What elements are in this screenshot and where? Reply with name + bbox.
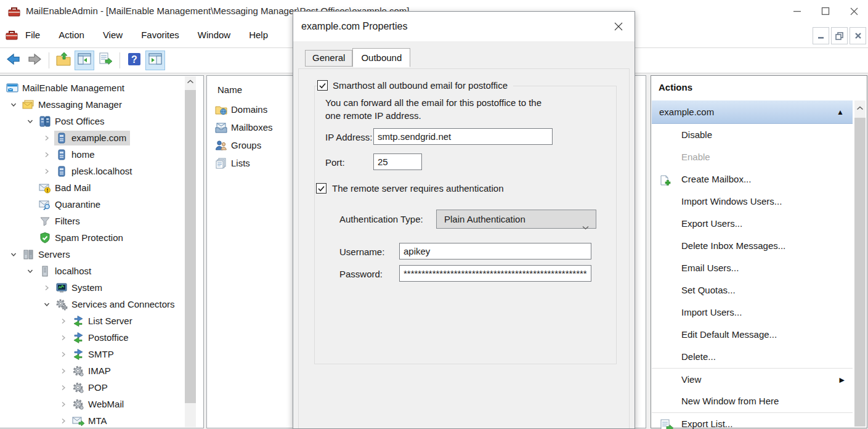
action-item-new-window-from-here[interactable]: New Window from Here bbox=[652, 390, 853, 412]
tree-expander-collapsed-icon[interactable] bbox=[39, 284, 54, 292]
actions-scrollbar-thumb[interactable] bbox=[854, 118, 866, 427]
requires-auth-checkbox[interactable] bbox=[316, 183, 327, 194]
menu-window[interactable]: Window bbox=[189, 22, 240, 48]
tree-expander-expanded-icon[interactable] bbox=[23, 118, 38, 125]
column-header-name[interactable]: Name bbox=[217, 82, 242, 98]
tree-item-list-server[interactable]: List Server bbox=[0, 313, 185, 329]
username-input[interactable] bbox=[399, 243, 591, 259]
tree-scrollbar[interactable] bbox=[185, 76, 196, 427]
actions-scrollbar[interactable] bbox=[854, 100, 866, 427]
tree-item-label: Servers bbox=[36, 249, 70, 259]
console-tree-pane: MailEnable ManagementMessaging ManagerPo… bbox=[0, 75, 204, 428]
action-item-label: View bbox=[681, 374, 701, 385]
menu-help[interactable]: Help bbox=[240, 22, 277, 48]
tree-item-example-com[interactable]: example.com bbox=[0, 129, 185, 146]
menu-action[interactable]: Action bbox=[49, 22, 94, 48]
action-item-export-list[interactable]: Export List... bbox=[652, 412, 853, 429]
port-input[interactable] bbox=[373, 153, 422, 170]
ip-address-input[interactable] bbox=[373, 128, 553, 145]
tree-expander-collapsed-icon[interactable] bbox=[56, 351, 71, 358]
child-close-button[interactable] bbox=[850, 27, 866, 44]
password-input[interactable] bbox=[399, 265, 591, 282]
actions-section-header[interactable]: example.com ▲ bbox=[652, 100, 853, 124]
tab-general[interactable]: General bbox=[305, 50, 352, 67]
action-item-create-mailbox[interactable]: Create Mailbox... bbox=[652, 168, 853, 190]
collapse-section-icon[interactable]: ▲ bbox=[837, 100, 844, 124]
tree-expander-collapsed-icon[interactable] bbox=[56, 384, 71, 391]
tree-expander-expanded-icon[interactable] bbox=[6, 251, 21, 258]
child-minimize-button[interactable] bbox=[813, 27, 829, 44]
tab-outbound[interactable]: Outbound bbox=[352, 48, 410, 67]
tree-item-pop[interactable]: POP bbox=[0, 379, 185, 396]
tree-item-localhost[interactable]: localhost bbox=[0, 263, 185, 279]
tree-expander-collapsed-icon[interactable] bbox=[39, 168, 54, 175]
tree-item-system[interactable]: System bbox=[0, 279, 185, 296]
post-offices-icon bbox=[39, 115, 52, 128]
up-one-level-button[interactable] bbox=[54, 51, 73, 70]
minimize-button[interactable] bbox=[783, 0, 811, 22]
scroll-up-icon[interactable] bbox=[854, 100, 866, 115]
tree-item-webmail[interactable]: WebMail bbox=[0, 396, 185, 412]
action-item-import-windows-users[interactable]: Import Windows Users... bbox=[652, 190, 853, 213]
smarthost-checkbox[interactable] bbox=[317, 80, 328, 91]
domains-icon bbox=[215, 104, 231, 116]
action-item-delete[interactable]: Delete... bbox=[652, 346, 853, 368]
tree-item-services-and-connectors[interactable]: Services and Connectors bbox=[0, 296, 185, 313]
tree-item-bad-mail[interactable]: Bad Mail bbox=[0, 179, 185, 196]
tree-item-spam-protection[interactable]: Spam Protection bbox=[0, 229, 185, 246]
action-item-disable[interactable]: Disable bbox=[652, 124, 853, 146]
tree-expander-collapsed-icon[interactable] bbox=[56, 417, 71, 425]
tree-item-smtp[interactable]: SMTP bbox=[0, 346, 185, 362]
tree-expander-collapsed-icon[interactable] bbox=[39, 151, 54, 158]
show-console-tree-button[interactable] bbox=[75, 51, 94, 70]
forward-button[interactable] bbox=[25, 51, 44, 70]
tree-item-label: localhost bbox=[52, 266, 91, 276]
tree-expander-expanded-icon[interactable] bbox=[23, 268, 38, 275]
auth-type-dropdown[interactable]: Plain Authentication bbox=[436, 210, 596, 229]
dialog-close-button[interactable] bbox=[606, 16, 631, 37]
action-item-export-users[interactable]: Export Users... bbox=[652, 213, 853, 235]
tree-scrollbar-thumb[interactable] bbox=[185, 90, 196, 403]
tree-expander-collapsed-icon[interactable] bbox=[56, 367, 71, 375]
close-button[interactable] bbox=[840, 0, 868, 22]
tree-expander-collapsed-icon[interactable] bbox=[39, 134, 54, 142]
tree-item-filters[interactable]: Filters bbox=[0, 213, 185, 229]
tree-item-quarantine[interactable]: Quarantine bbox=[0, 196, 185, 213]
tree-expander-expanded-icon[interactable] bbox=[39, 301, 54, 308]
menu-view[interactable]: View bbox=[94, 22, 132, 48]
outbound-tab-page: Smarthost all outbound email for postoff… bbox=[298, 68, 630, 428]
tree-item-mailenable-management[interactable]: MailEnable Management bbox=[0, 80, 185, 96]
dialog-tabs: General Outbound bbox=[305, 48, 410, 67]
tree-item-mta[interactable]: MTA bbox=[0, 412, 185, 429]
action-item-edit-default-message[interactable]: Edit Default Message... bbox=[652, 324, 853, 346]
tree-item-post-offices[interactable]: Post Offices bbox=[0, 113, 185, 129]
action-item-import-users[interactable]: Import Users... bbox=[652, 301, 853, 324]
maximize-button[interactable] bbox=[811, 0, 840, 22]
action-item-view[interactable]: View▶ bbox=[652, 368, 853, 390]
tree-item-label: WebMail bbox=[86, 399, 124, 409]
tree-expander-collapsed-icon[interactable] bbox=[56, 401, 71, 408]
export-list-button[interactable] bbox=[95, 51, 115, 70]
back-button[interactable] bbox=[4, 51, 23, 70]
tree-item-imap[interactable]: IMAP bbox=[0, 362, 185, 379]
menu-favorites[interactable]: Favorites bbox=[132, 22, 189, 48]
tree-expander-expanded-icon[interactable] bbox=[6, 101, 21, 108]
tree-expander-collapsed-icon[interactable] bbox=[56, 334, 71, 341]
action-item-set-quotas[interactable]: Set Quotas... bbox=[652, 279, 853, 301]
tree-item-plesk-localhost[interactable]: plesk.localhost bbox=[0, 163, 185, 179]
child-restore-button[interactable] bbox=[831, 27, 848, 44]
menu-file[interactable]: File bbox=[16, 22, 49, 48]
scroll-up-icon[interactable] bbox=[185, 76, 196, 87]
help-button[interactable]: ? bbox=[124, 51, 144, 70]
tree-item-messaging-manager[interactable]: Messaging Manager bbox=[0, 96, 185, 113]
tree-item-postoffice[interactable]: Postoffice bbox=[0, 329, 185, 346]
action-item-email-users[interactable]: Email Users... bbox=[652, 257, 853, 279]
messaging-manager-icon bbox=[22, 99, 36, 111]
tree-item-servers[interactable]: Servers bbox=[0, 246, 185, 263]
show-action-pane-button[interactable] bbox=[145, 51, 165, 70]
tree-item-label: Spam Protection bbox=[52, 232, 123, 243]
tree-item-home[interactable]: home bbox=[0, 146, 185, 163]
action-item-delete-inbox-messages[interactable]: Delete Inbox Messages... bbox=[652, 235, 853, 257]
tree-expander-collapsed-icon[interactable] bbox=[56, 317, 71, 325]
export-list-icon bbox=[659, 418, 675, 429]
